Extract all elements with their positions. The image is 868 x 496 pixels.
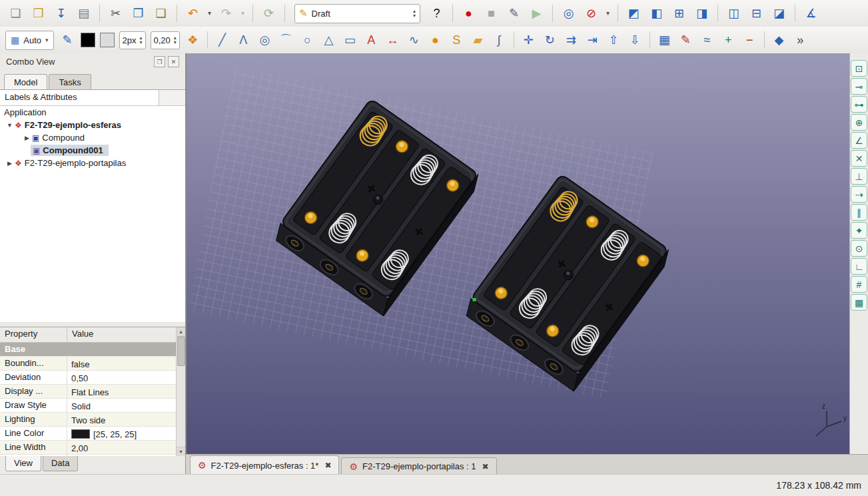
snap-workingplane-icon[interactable]: ▦ (851, 294, 867, 311)
tree-item-compound[interactable]: ▶ ▣ Compound (0, 131, 185, 144)
snap-parallel-icon[interactable]: ∥ (851, 204, 867, 221)
draft-shape2dview-icon[interactable]: ◆ (769, 30, 789, 50)
document-tab-esferas[interactable]: ⚙ F2-T29-ejemplo-esferas : 1* ✖ (190, 455, 339, 475)
draft-rectangle-icon[interactable]: ▭ (340, 30, 360, 50)
draft-bezcurve-icon[interactable]: ∫ (489, 30, 510, 50)
property-row-line-width[interactable]: Line Width2,00 (0, 441, 177, 455)
line-width-spinbox[interactable]: 2px ▴▾ (119, 31, 146, 49)
draft-offset-icon[interactable]: ⇉ (561, 30, 582, 50)
draft-dimension-icon[interactable]: ↔ (382, 30, 403, 50)
tree-item-document-portapilas[interactable]: ▶ ❖ F2-T29-ejemplo-portapilas (0, 157, 185, 169)
3d-viewport-scene[interactable]: z y (187, 53, 850, 455)
line-color-swatch[interactable] (81, 33, 95, 47)
property-row-deviation[interactable]: Deviation0,50 (0, 371, 177, 385)
draft-ellipse-icon[interactable]: ○ (297, 30, 318, 50)
property-row-boundin[interactable]: Boundin...false (0, 357, 177, 371)
expander-down-icon[interactable]: ▼ (5, 122, 14, 129)
save-document-icon[interactable]: ↧ (51, 3, 71, 23)
scrollbar-thumb[interactable] (177, 337, 185, 366)
draft-trimex-icon[interactable]: ⇥ (582, 30, 603, 50)
snap-special-icon[interactable]: ✦ (851, 222, 867, 239)
draft-upgrade-icon[interactable]: ⇧ (604, 30, 624, 50)
snap-angle-icon[interactable]: ∠ (851, 132, 867, 149)
snap-center-icon[interactable]: ⊕ (851, 114, 867, 131)
property-row-lighting[interactable]: LightingTwo side (0, 413, 177, 427)
snap-near-icon[interactable]: ⊙ (851, 240, 867, 257)
tab-tasks[interactable]: Tasks (49, 74, 91, 89)
cut-icon[interactable]: ✂ (105, 3, 126, 23)
tree-item-compound001[interactable]: ▣ Compound001 (0, 144, 185, 157)
view-isometric-icon[interactable]: ◩ (624, 3, 644, 23)
draft-point-icon[interactable]: ● (425, 30, 446, 50)
draft-downgrade-icon[interactable]: ⇩ (625, 30, 646, 50)
draft-text-icon[interactable]: A (361, 30, 382, 50)
property-row-draw-style[interactable]: Draw StyleSolid (0, 399, 177, 413)
draft-delpoint-icon[interactable]: − (739, 30, 760, 50)
3d-viewport[interactable]: z y (186, 53, 850, 455)
view-left-icon[interactable]: ◪ (769, 3, 789, 23)
draft-facebinder-icon[interactable]: ▰ (468, 30, 488, 50)
draft-edit-icon[interactable]: ✎ (675, 30, 696, 50)
draft-wire-icon[interactable]: Λ (233, 30, 254, 50)
combo-view-titlebar[interactable]: Combo View ❐ ✕ (0, 53, 185, 70)
spinner-arrows-icon[interactable]: ▴▾ (139, 35, 142, 45)
redo-icon[interactable]: ↷ (216, 3, 236, 23)
new-document-icon[interactable]: ❏ (5, 3, 26, 23)
zoom-fit-icon[interactable]: ◎ (558, 3, 579, 23)
macro-stop-icon[interactable]: ■ (481, 3, 502, 23)
snap-ortho-icon[interactable]: ∟ (851, 258, 867, 275)
view-rear-icon[interactable]: ◫ (723, 3, 744, 23)
snap-endpoint-icon[interactable]: ⊸ (851, 78, 867, 95)
tree-item-document-esferas[interactable]: ▼ ❖ F2-T29-ejemplo-esferas (0, 119, 185, 131)
scale-spinbox[interactable]: 0,20 ▴▾ (151, 31, 180, 49)
close-tab-icon[interactable]: ✖ (482, 462, 489, 471)
draft-rotate-icon[interactable]: ↻ (540, 30, 560, 50)
refresh-icon[interactable]: ⟳ (258, 3, 279, 23)
draft-bspline-icon[interactable]: ∿ (404, 30, 424, 50)
property-row-base[interactable]: Base (0, 343, 177, 357)
tab-view[interactable]: View (5, 456, 41, 471)
redo-menu-icon[interactable]: ▾ (238, 3, 247, 23)
float-panel-icon[interactable]: ❐ (154, 56, 165, 67)
draw-style-icon[interactable]: ⊘ (581, 3, 602, 23)
tab-data[interactable]: Data (43, 456, 78, 471)
macro-edit-icon[interactable]: ✎ (504, 3, 524, 23)
undo-menu-icon[interactable]: ▾ (205, 3, 214, 23)
snap-intersection-icon[interactable]: ✕ (851, 150, 867, 167)
draft-polygon-icon[interactable]: △ (318, 30, 339, 50)
document-tab-portapilas[interactable]: ⚙ F2-T29-ejemplo-portapilas : 1 ✖ (341, 457, 496, 475)
view-top-icon[interactable]: ⊞ (669, 3, 689, 23)
toggle-construction-mode-icon[interactable]: ✎ (57, 30, 78, 50)
property-scrollbar[interactable]: ▲ ▼ (176, 327, 185, 456)
scroll-down-icon[interactable]: ▼ (177, 447, 185, 456)
autogroup-icon[interactable]: ❖ (183, 30, 203, 50)
close-panel-icon[interactable]: ✕ (168, 56, 179, 67)
spinner-arrows-icon[interactable]: ▴▾ (174, 35, 177, 45)
snap-perpendicular-icon[interactable]: ⊥ (851, 168, 867, 185)
view-front-icon[interactable]: ◧ (646, 3, 667, 23)
property-row-display[interactable]: Display ...Flat Lines (0, 385, 177, 399)
expander-right-icon[interactable]: ▶ (23, 135, 31, 141)
draft-addpoint-icon[interactable]: + (718, 30, 739, 50)
draft-circle-icon[interactable]: ◎ (254, 30, 275, 50)
snap-extension-icon[interactable]: ⇢ (851, 186, 867, 203)
whats-this-icon[interactable]: ? (426, 3, 447, 23)
macro-record-icon[interactable]: ● (458, 3, 479, 23)
tab-model[interactable]: Model (4, 74, 47, 89)
toolbar-overflow-icon[interactable]: » (790, 30, 811, 50)
macro-execute-icon[interactable]: ▶ (526, 3, 547, 23)
property-row-line-color[interactable]: Line Color[25, 25, 25] (0, 427, 177, 441)
snap-midpoint-icon[interactable]: ⊶ (851, 96, 867, 113)
draft-arc-icon[interactable]: ⌒ (276, 30, 296, 50)
view-right-icon[interactable]: ◨ (691, 3, 712, 23)
face-color-swatch[interactable] (100, 33, 115, 47)
print-icon[interactable]: ▤ (73, 3, 94, 23)
paste-icon[interactable]: ❑ (151, 3, 171, 23)
draft-shapestring-icon[interactable]: S (446, 30, 467, 50)
combo-spinner-icon[interactable]: ▴▾ (413, 9, 416, 18)
close-tab-icon[interactable]: ✖ (324, 461, 331, 470)
working-plane-selector[interactable]: ▦ Auto ▾ (5, 31, 54, 50)
snap-lock-icon[interactable]: ⊡ (851, 60, 867, 77)
measure-distance-icon[interactable]: ∡ (801, 3, 821, 23)
draft-wire2bspline-icon[interactable]: ≈ (697, 30, 717, 50)
